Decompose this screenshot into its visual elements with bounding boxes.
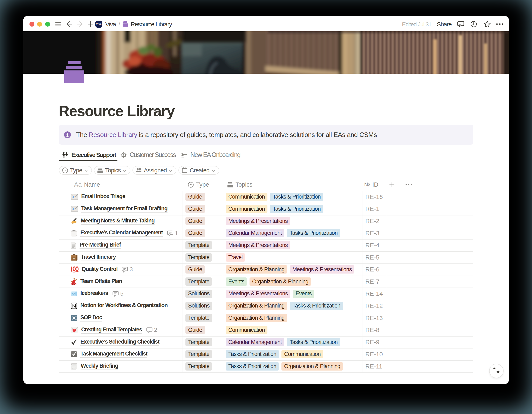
svg-text:E: E xyxy=(73,207,76,211)
svg-text:E: E xyxy=(73,195,76,199)
